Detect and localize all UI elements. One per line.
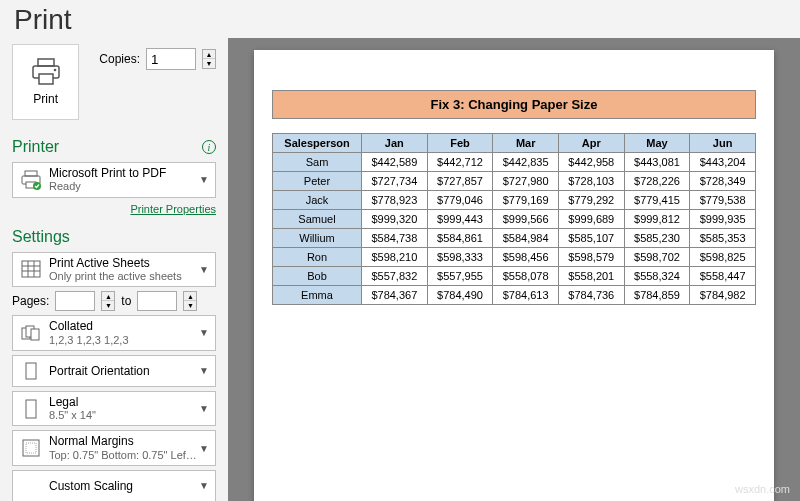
data-table: SalespersonJanFebMarAprMayJun Sam$442,58…	[272, 133, 756, 305]
cell: $779,538	[690, 191, 756, 210]
page-title: Print	[0, 0, 800, 38]
copies-input[interactable]	[146, 48, 196, 70]
print-button[interactable]: Print	[12, 44, 79, 120]
table-row: Ron$598,210$598,333$598,456$598,579$598,…	[273, 248, 756, 267]
cell: $598,825	[690, 248, 756, 267]
pages-label: Pages:	[12, 294, 49, 308]
cell: $727,857	[427, 172, 493, 191]
pages-to-label: to	[121, 294, 131, 308]
pages-from-stepper[interactable]: ▲▼	[101, 291, 115, 311]
printer-name: Microsoft Print to PDF	[49, 166, 199, 180]
row-label: Sam	[273, 153, 362, 172]
svg-rect-18	[23, 440, 39, 456]
svg-rect-17	[26, 400, 36, 418]
cell: $442,712	[427, 153, 493, 172]
preview-area: Fix 3: Changing Paper Size SalespersonJa…	[228, 38, 800, 501]
pages-from-input[interactable]	[55, 291, 95, 311]
margins-sub: Top: 0.75" Bottom: 0.75" Lef…	[49, 449, 199, 462]
table-header: May	[624, 134, 690, 153]
svg-rect-8	[22, 261, 40, 277]
cell: $728,226	[624, 172, 690, 191]
portrait-icon	[19, 362, 43, 380]
table-header: Feb	[427, 134, 493, 153]
cell: $999,812	[624, 210, 690, 229]
collation-title: Collated	[49, 319, 199, 333]
table-row: Bob$557,832$557,955$558,078$558,201$558,…	[273, 267, 756, 286]
cell: $728,349	[690, 172, 756, 191]
document-title: Fix 3: Changing Paper Size	[272, 90, 756, 119]
cell: $779,415	[624, 191, 690, 210]
cell: $558,201	[558, 267, 624, 286]
cell: $558,447	[690, 267, 756, 286]
cell: $778,923	[362, 191, 428, 210]
copies-stepper[interactable]: ▲▼	[202, 49, 216, 69]
cell: $557,832	[362, 267, 428, 286]
cell: $727,980	[493, 172, 559, 191]
printer-status-icon	[19, 170, 43, 190]
cell: $585,353	[690, 229, 756, 248]
settings-section-title: Settings	[12, 228, 70, 246]
cell: $779,292	[558, 191, 624, 210]
chevron-down-icon: ▼	[199, 480, 209, 491]
margins-select[interactable]: Normal Margins Top: 0.75" Bottom: 0.75" …	[12, 430, 216, 466]
table-header: Salesperson	[273, 134, 362, 153]
cell: $598,333	[427, 248, 493, 267]
cell: $784,736	[558, 286, 624, 305]
svg-rect-19	[26, 443, 36, 453]
cell: $442,958	[558, 153, 624, 172]
print-button-label: Print	[33, 92, 58, 106]
table-header: Apr	[558, 134, 624, 153]
cell: $584,861	[427, 229, 493, 248]
chevron-down-icon: ▼	[199, 365, 209, 376]
cell: $999,443	[427, 210, 493, 229]
svg-rect-0	[38, 59, 54, 66]
orientation-select[interactable]: Portrait Orientation ▼	[12, 355, 216, 387]
copies-label: Copies:	[99, 52, 140, 66]
svg-rect-4	[25, 171, 37, 176]
pages-to-input[interactable]	[137, 291, 177, 311]
cell: $443,081	[624, 153, 690, 172]
table-row: Peter$727,734$727,857$727,980$728,103$72…	[273, 172, 756, 191]
chevron-down-icon: ▼	[199, 174, 209, 185]
cell: $999,566	[493, 210, 559, 229]
chevron-down-icon: ▼	[199, 264, 209, 275]
row-label: Bob	[273, 267, 362, 286]
table-row: Emma$784,367$784,490$784,613$784,736$784…	[273, 286, 756, 305]
table-row: Sam$442,589$442,712$442,835$442,958$443,…	[273, 153, 756, 172]
printer-status: Ready	[49, 180, 199, 193]
paper-title: Legal	[49, 395, 199, 409]
print-what-select[interactable]: Print Active Sheets Only print the activ…	[12, 252, 216, 288]
sheets-icon	[19, 260, 43, 278]
cell: $779,046	[427, 191, 493, 210]
cell: $784,367	[362, 286, 428, 305]
cell: $779,169	[493, 191, 559, 210]
cell: $784,613	[493, 286, 559, 305]
printer-properties-link[interactable]: Printer Properties	[130, 203, 216, 215]
collation-sub: 1,2,3 1,2,3 1,2,3	[49, 334, 199, 347]
row-label: Peter	[273, 172, 362, 191]
collation-select[interactable]: Collated 1,2,3 1,2,3 1,2,3 ▼	[12, 315, 216, 351]
preview-page: Fix 3: Changing Paper Size SalespersonJa…	[254, 50, 774, 501]
scaling-select[interactable]: Custom Scaling ▼	[12, 470, 216, 501]
table-row: Samuel$999,320$999,443$999,566$999,689$9…	[273, 210, 756, 229]
pages-to-stepper[interactable]: ▲▼	[183, 291, 197, 311]
paper-size-select[interactable]: Legal 8.5" x 14" ▼	[12, 391, 216, 427]
table-row: Willium$584,738$584,861$584,984$585,107$…	[273, 229, 756, 248]
cell: $784,982	[690, 286, 756, 305]
cell: $443,204	[690, 153, 756, 172]
watermark: wsxdn.com	[735, 483, 790, 495]
paper-icon	[19, 399, 43, 419]
row-label: Ron	[273, 248, 362, 267]
cell: $585,107	[558, 229, 624, 248]
info-icon[interactable]: i	[202, 140, 216, 154]
printer-section-title: Printer	[12, 138, 59, 156]
cell: $585,230	[624, 229, 690, 248]
print-what-title: Print Active Sheets	[49, 256, 199, 270]
table-row: Jack$778,923$779,046$779,169$779,292$779…	[273, 191, 756, 210]
cell: $558,078	[493, 267, 559, 286]
row-label: Emma	[273, 286, 362, 305]
printer-select[interactable]: Microsoft Print to PDF Ready ▼	[12, 162, 216, 198]
svg-rect-15	[31, 329, 39, 340]
svg-point-3	[53, 69, 56, 72]
svg-rect-2	[39, 74, 53, 84]
